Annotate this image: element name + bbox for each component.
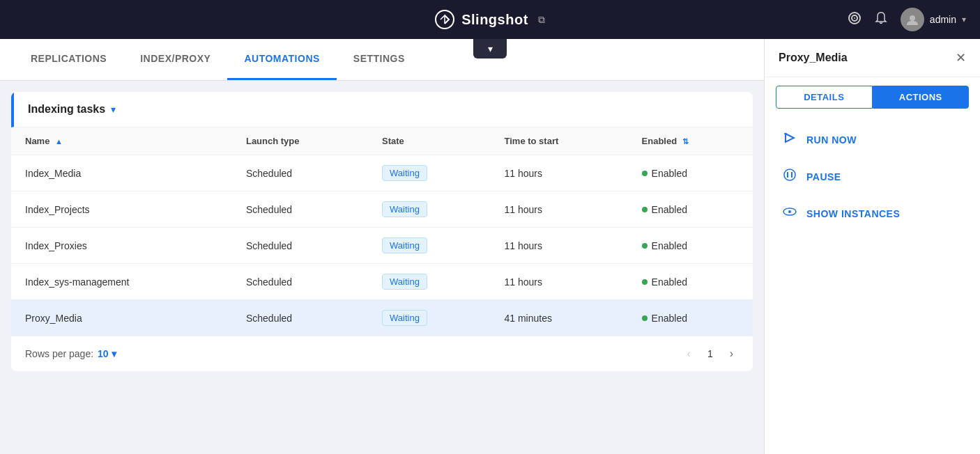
run-now-label: RUN NOW	[806, 134, 857, 146]
slingshot-logo	[435, 10, 454, 29]
tasks-table: Name ▲ Launch type State Time to start	[11, 127, 753, 336]
table-row[interactable]: Index_Proxies Scheduled Waiting 11 hours…	[11, 228, 753, 264]
row-state: Waiting	[368, 264, 490, 300]
svg-point-3	[910, 15, 915, 21]
section-chevron-icon[interactable]: ▾	[111, 104, 116, 115]
user-menu[interactable]: admin ▾	[901, 8, 966, 31]
username-label: admin	[930, 14, 956, 25]
row-launch-type: Scheduled	[232, 300, 368, 336]
rows-per-page-selector[interactable]: 10 ▾	[98, 348, 116, 359]
row-launch-type: Scheduled	[232, 191, 368, 228]
topbar: Slingshot ⧉ admin ▾	[0, 0, 980, 39]
enabled-dot-icon	[642, 279, 648, 285]
row-launch-type: Scheduled	[232, 155, 368, 191]
row-time-to-start: 11 hours	[491, 155, 628, 191]
section-header: Indexing tasks ▾	[11, 92, 753, 127]
state-badge: Waiting	[382, 310, 427, 326]
panel-header: Proxy_Media ✕	[765, 39, 980, 77]
row-enabled: Enabled	[628, 155, 753, 191]
pause-icon	[781, 168, 798, 185]
col-time-to-start: Time to start	[491, 127, 628, 155]
next-page-button[interactable]: ›	[724, 345, 739, 363]
row-enabled: Enabled	[628, 300, 753, 336]
indexing-tasks-card: Indexing tasks ▾ Name ▲ Launch type	[11, 92, 753, 371]
external-link-icon[interactable]: ⧉	[538, 14, 545, 26]
panel-title: Proxy_Media	[779, 52, 848, 64]
row-launch-type: Scheduled	[232, 228, 368, 264]
table-row[interactable]: Index_Projects Scheduled Waiting 11 hour…	[11, 191, 753, 228]
row-enabled: Enabled	[628, 264, 753, 300]
main-content: Indexing tasks ▾ Name ▲ Launch type	[0, 81, 764, 454]
panel-actions-list: RUN NOW PAUSE	[765, 117, 980, 236]
svg-point-5	[784, 169, 795, 180]
col-enabled: Enabled ⇅	[628, 127, 753, 155]
enabled-dot-icon	[642, 315, 648, 321]
topbar-dropdown-button[interactable]: ▾	[473, 39, 507, 58]
col-state: State	[368, 127, 490, 155]
state-badge: Waiting	[382, 201, 427, 217]
user-chevron-icon: ▾	[962, 15, 966, 24]
panel-tab-details[interactable]: DETAILS	[776, 86, 873, 109]
user-avatar	[901, 8, 924, 31]
rows-per-page-control: Rows per page: 10 ▾	[25, 348, 116, 359]
row-name: Index_Media	[11, 155, 232, 191]
rows-per-page-label: Rows per page:	[25, 348, 93, 359]
state-badge: Waiting	[382, 274, 427, 290]
pagination: Rows per page: 10 ▾ ‹ 1 ›	[11, 336, 753, 371]
row-enabled: Enabled	[628, 228, 753, 264]
table-row[interactable]: Index_Media Scheduled Waiting 11 hours E…	[11, 155, 753, 191]
sort-enabled-icon[interactable]: ⇅	[682, 137, 689, 146]
tab-automations[interactable]: AUTOMATIONS	[227, 39, 336, 80]
run-now-icon	[781, 131, 798, 148]
col-launch-type: Launch type	[232, 127, 368, 155]
table-header-row: Name ▲ Launch type State Time to start	[11, 127, 753, 155]
table-row[interactable]: Index_sys-management Scheduled Waiting 1…	[11, 264, 753, 300]
row-name: Index_Projects	[11, 191, 232, 228]
rows-per-page-value: 10	[98, 348, 109, 359]
section-title: Indexing tasks	[28, 103, 105, 116]
show-instances-icon	[781, 205, 798, 222]
bell-icon[interactable]	[874, 11, 888, 29]
svg-point-9	[788, 210, 791, 213]
app-title: Slingshot	[461, 12, 528, 28]
row-time-to-start: 41 minutes	[491, 300, 628, 336]
panel-tab-actions[interactable]: ACTIONS	[873, 86, 970, 109]
row-enabled: Enabled	[628, 191, 753, 228]
prev-page-button[interactable]: ‹	[682, 345, 696, 363]
rows-per-page-chevron-icon: ▾	[112, 348, 116, 359]
tab-bar: REPLICATIONS INDEX/PROXY AUTOMATIONS SET…	[0, 39, 764, 81]
current-page: 1	[707, 348, 713, 359]
row-time-to-start: 11 hours	[491, 191, 628, 228]
svg-point-2	[854, 17, 855, 19]
row-time-to-start: 11 hours	[491, 264, 628, 300]
panel-tabs: DETAILS ACTIONS	[765, 77, 980, 117]
action-run-now[interactable]: RUN NOW	[776, 123, 969, 157]
panel-close-button[interactable]: ✕	[956, 50, 966, 65]
enabled-dot-icon	[642, 243, 648, 249]
row-name: Index_Proxies	[11, 228, 232, 264]
col-name: Name ▲	[11, 127, 232, 155]
state-badge: Waiting	[382, 237, 427, 253]
row-time-to-start: 11 hours	[491, 228, 628, 264]
table-row[interactable]: Proxy_Media Scheduled Waiting 41 minutes…	[11, 300, 753, 336]
sort-name-icon[interactable]: ▲	[55, 137, 63, 146]
pause-label: PAUSE	[806, 171, 841, 182]
target-icon[interactable]	[848, 11, 862, 29]
topbar-center: Slingshot ⧉	[435, 10, 545, 29]
enabled-dot-icon	[642, 207, 648, 212]
row-state: Waiting	[368, 300, 490, 336]
tab-settings[interactable]: SETTINGS	[337, 39, 422, 80]
row-launch-type: Scheduled	[232, 264, 368, 300]
dropdown-chevron-icon: ▾	[488, 43, 493, 54]
row-state: Waiting	[368, 155, 490, 191]
main-layout: REPLICATIONS INDEX/PROXY AUTOMATIONS SET…	[0, 39, 980, 454]
right-panel: Proxy_Media ✕ DETAILS ACTIONS RUN NOW	[764, 39, 980, 454]
content-area: REPLICATIONS INDEX/PROXY AUTOMATIONS SET…	[0, 39, 764, 454]
tab-replications[interactable]: REPLICATIONS	[14, 39, 123, 80]
action-show-instances[interactable]: SHOW INSTANCES	[776, 196, 969, 230]
page-navigation: ‹ 1 ›	[682, 345, 739, 363]
tab-index-proxy[interactable]: INDEX/PROXY	[123, 39, 227, 80]
show-instances-label: SHOW INSTANCES	[806, 208, 900, 219]
row-state: Waiting	[368, 228, 490, 264]
action-pause[interactable]: PAUSE	[776, 159, 969, 194]
